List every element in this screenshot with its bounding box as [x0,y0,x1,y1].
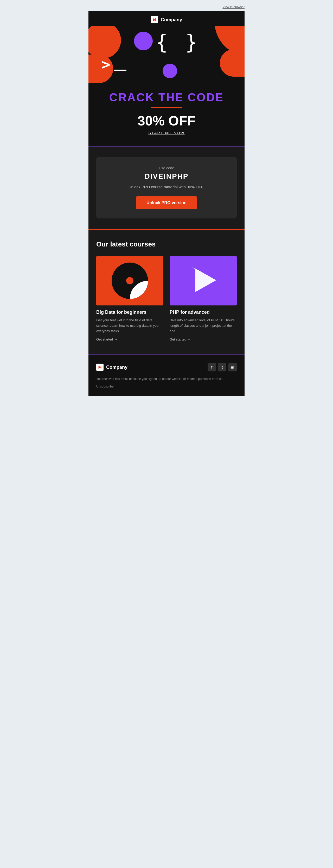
social-icons: f t in [207,363,237,371]
crack-the-code-title: CRACK THE CODE [94,91,239,104]
logo-icon [151,16,158,23]
unsubscribe-link[interactable]: Unsubscribe [96,385,114,388]
course-card-2: PHP for advanced Dive into advanced leve… [170,256,237,342]
svg-rect-1 [155,19,156,21]
facebook-icon[interactable]: f [207,363,216,371]
logo-text: Company [161,17,182,23]
php-icon [188,266,219,296]
course-thumb-2 [170,256,237,305]
vinyl-icon [112,262,148,299]
course-cta-1[interactable]: Get started → [96,337,117,341]
terminal-cursor [114,70,127,71]
course-desc-2: Dive into advanced level of PHP. 50+ hou… [170,318,237,334]
hero-headings: CRACK THE CODE 30% OFF STARTING NOW [88,83,245,146]
svg-rect-6 [101,366,102,369]
footer-logo-text: Company [106,365,128,370]
curly-braces: { } [156,31,200,54]
shape-purple-circle-1 [134,32,153,51]
use-code-label: Use code [107,166,226,170]
starting-now-link[interactable]: STARTING NOW [148,131,185,135]
course-card-1: Big Data for beginners Get your feet wet… [96,256,163,342]
discount-text: 30% OFF [94,113,239,129]
course-title-2: PHP for advanced [170,310,237,315]
view-in-browser-link[interactable]: View in browser [223,5,245,9]
shape-purple-circle-2 [163,64,177,78]
divider-line [151,107,182,108]
courses-grid: Big Data for beginners Get your feet wet… [96,256,237,342]
course-title-1: Big Data for beginners [96,310,163,315]
view-in-browser-bar: View in browser [88,5,245,9]
footer-logo: Company [96,364,128,371]
promo-section: Use code DIVEINPHP Unlock PRO course mat… [88,147,245,229]
hero-section: Company { } > CRACK THE CODE 30% OFF STA… [88,11,245,147]
promo-code: DIVEINPHP [107,172,226,181]
footer-body-text: You received this email because you sign… [96,377,237,381]
unlock-pro-button[interactable]: Unlock PRO version [136,196,197,209]
instagram-icon[interactable]: in [228,363,237,371]
footer-section: Company f t in You received this email b… [88,355,245,396]
course-thumb-1 [96,256,163,305]
hero-purple-border [88,146,245,147]
course-cta-2[interactable]: Get started → [170,337,191,341]
course-desc-1: Get your feet wet into the field of data… [96,318,163,334]
courses-section: Our latest courses Big Data for beginner… [88,230,245,354]
logo-bar: Company [88,11,245,26]
shapes-area: { } > [88,26,245,83]
footer-logo-icon [96,364,104,371]
promo-box: Use code DIVEINPHP Unlock PRO course mat… [96,157,237,218]
promo-description: Unlock PRO course material with 30% OFF! [107,185,226,189]
shape-orange-1 [88,26,121,58]
footer-top: Company f t in [96,363,237,371]
twitter-icon[interactable]: t [218,363,226,371]
shape-orange-4 [220,49,245,76]
svg-marker-2 [195,269,216,292]
terminal-prompt: > [102,56,110,73]
courses-title: Our latest courses [96,240,237,248]
